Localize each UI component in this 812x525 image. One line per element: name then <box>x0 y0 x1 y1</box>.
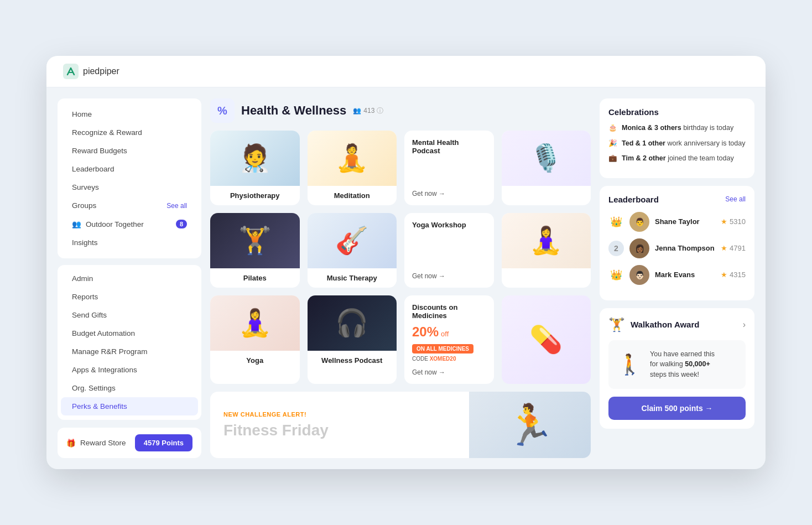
outdoor-badge: 8 <box>176 220 187 228</box>
discount-amount: 20% off <box>412 324 486 340</box>
sidebar-admin: Admin Reports Send Gifts Budget Automati… <box>58 265 201 420</box>
leaderboard-name-3: Mark Evans <box>655 271 715 279</box>
music-therapy-label: Music Therapy <box>308 268 397 288</box>
sidebar-item-budgets[interactable]: Reward Budgets <box>61 142 198 160</box>
sidebar-item-admin[interactable]: Admin <box>61 269 198 288</box>
leaderboard-see-all[interactable]: See all <box>725 195 746 203</box>
sidebar-item-groups[interactable]: Groups See all <box>61 196 198 215</box>
physio-label: Physiotherapy <box>210 186 300 205</box>
content-icon-symbol: % <box>217 105 227 117</box>
reward-store-icon: 🎁 <box>66 439 76 448</box>
walkathon-arrow[interactable]: › <box>743 320 746 330</box>
card-meditation[interactable]: 🧘 Meditation <box>308 131 397 205</box>
sidebar-label-budget-auto: Budget Automation <box>72 329 135 337</box>
card-pilates[interactable]: 🏋️ Pilates <box>210 213 300 288</box>
sidebar-item-reports[interactable]: Reports <box>61 288 198 306</box>
pilates-image: 🏋️ <box>210 213 300 268</box>
card-discounts[interactable]: Discounts on Medicines 20% off ON ALL ME… <box>404 295 494 384</box>
leaderboard-header: Leaderboard See all <box>608 195 746 204</box>
yoga-workshop-title: Yoga Workshop <box>412 221 486 229</box>
avatar-1: 👨 <box>629 212 649 232</box>
sidebar-item-leaderboard[interactable]: Leaderboard <box>61 160 198 178</box>
card-physiotherapy[interactable]: 🧑‍⚕️ Physiotherapy <box>210 131 300 205</box>
rank-icon-3: 👑 <box>608 267 624 283</box>
walkathon-figure: 🚶 <box>617 353 642 376</box>
meditation-image: 🧘 <box>308 131 397 186</box>
leaderboard-name-1: Shane Taylor <box>655 217 715 226</box>
sidebar-item-org-settings[interactable]: Org. Settings <box>61 379 198 397</box>
meta-count: 413 <box>363 107 374 115</box>
top-bar: piedpiper <box>46 56 766 87</box>
claim-button[interactable]: Claim 500 points → <box>608 397 746 420</box>
groups-see-all[interactable]: See all <box>166 202 187 210</box>
points-button[interactable]: 4579 Points <box>135 434 192 451</box>
sidebar-label-admin: Admin <box>72 274 93 283</box>
rank-icon-2: 2 <box>608 241 624 256</box>
challenge-title: Fitness Friday <box>223 422 456 439</box>
svg-rect-0 <box>63 64 79 79</box>
discount-code-value: XOMED20 <box>430 356 456 362</box>
yoga-workshop-get-now[interactable]: Get now → <box>412 272 486 280</box>
card-yoga[interactable]: 🧘‍♀️ Yoga <box>210 295 300 384</box>
card-yoga-workshop[interactable]: Yoga Workshop Get now → <box>404 213 494 288</box>
celebration-text-1: Monica & 3 others birthday is today <box>622 123 733 133</box>
reward-store-label: Reward Store <box>80 439 126 447</box>
avatar-2: 👩🏾 <box>629 238 649 258</box>
card-yoga-workshop-img[interactable]: 🧘‍♀️ <box>502 213 591 288</box>
card-wellness-podcast[interactable]: 🎧 Wellness Podcast <box>308 295 397 384</box>
card-mental-health[interactable]: Mental Health Podcast Get now → <box>404 131 494 205</box>
pilates-label: Pilates <box>210 268 300 288</box>
sidebar-label-org-settings: Org. Settings <box>72 384 116 392</box>
mental-health-get-now[interactable]: Get now → <box>412 190 486 197</box>
celebrations-card: Celebrations 🎂 Monica & 3 others birthda… <box>600 98 754 178</box>
walkathon-header: 🏋️ Walkathon Award › <box>608 317 746 332</box>
wellness-podcast-image: 🎧 <box>308 295 397 351</box>
sidebar-item-recognize[interactable]: Recognize & Reward <box>61 123 198 142</box>
sidebar-label-send-gifts: Send Gifts <box>72 311 107 319</box>
sidebar-item-outdoor[interactable]: 👥 Outdoor Together 8 <box>61 215 198 233</box>
walkathon-card: 🏋️ Walkathon Award › 🚶 You have earned t… <box>600 308 754 429</box>
meditation-label: Meditation <box>308 186 397 205</box>
celebration-text-3: Tim & 2 other joined the team today <box>622 154 734 164</box>
card-music-therapy[interactable]: 🎸 Music Therapy <box>308 213 397 288</box>
meta-info-icon: ⓘ <box>377 106 383 116</box>
challenge-text: NEW CHALLENGE ALERT! Fitness Friday <box>210 400 469 450</box>
walkathon-body: 🚶 You have earned thisfor walking 50,000… <box>608 340 746 389</box>
challenge-banner[interactable]: NEW CHALLENGE ALERT! Fitness Friday 🏃 <box>210 392 591 458</box>
physio-image: 🧑‍⚕️ <box>210 131 300 186</box>
music-therapy-image: 🎸 <box>308 213 397 268</box>
sidebar-label-perks: Perks & Benefits <box>72 402 127 410</box>
sidebar-label-recognize: Recognize & Reward <box>72 128 142 137</box>
leaderboard-score-1: ★ 5310 <box>721 217 746 226</box>
yoga-workshop-image: 🧘‍♀️ <box>502 213 591 268</box>
leaderboard-name-2: Jenna Thompson <box>655 244 715 252</box>
cards-row-3: 🧘‍♀️ Yoga 🎧 Wellness Podcast Discounts o… <box>210 295 591 384</box>
sidebar-label-groups: Groups <box>72 201 96 210</box>
discount-get-now[interactable]: Get now → <box>412 368 486 376</box>
sidebar-item-budget-auto[interactable]: Budget Automation <box>61 324 198 342</box>
sidebar-item-apps[interactable]: Apps & Integrations <box>61 361 198 379</box>
star-icon-2: ★ <box>721 244 727 252</box>
celebration-item-3: 💼 Tim & 2 other joined the team today <box>608 154 746 164</box>
sidebar-label-reports: Reports <box>72 293 98 301</box>
sidebar-item-send-gifts[interactable]: Send Gifts <box>61 306 198 324</box>
leaderboard-score-2: ★ 4791 <box>721 244 746 252</box>
discount-image-card: 💊 <box>502 295 591 384</box>
sidebar-item-insights[interactable]: Insights <box>61 233 198 252</box>
sidebar-label-outdoor: Outdoor Together <box>86 220 144 228</box>
app-window: piedpiper Home Recognize & Reward Reward… <box>46 56 766 469</box>
discount-code: CODE XOMED20 <box>412 356 486 362</box>
celebration-icon-2: 🎉 <box>608 139 617 149</box>
sidebar-item-surveys[interactable]: Surveys <box>61 178 198 196</box>
sidebar-item-manage-rnr[interactable]: Manage R&R Program <box>61 342 198 361</box>
walkathon-icon: 🏋️ <box>608 317 625 332</box>
discount-image: 💊 <box>502 295 591 384</box>
logo-text: piedpiper <box>83 66 119 76</box>
sidebar-item-home[interactable]: Home <box>61 105 198 123</box>
main-content: % Health & Wellness 👥 413 ⓘ 🧑‍⚕️ <box>210 98 591 458</box>
right-panel: Celebrations 🎂 Monica & 3 others birthda… <box>600 98 754 458</box>
sidebar: Home Recognize & Reward Reward Budgets L… <box>58 98 201 458</box>
celebrations-title: Celebrations <box>608 107 746 117</box>
card-mental-health-img[interactable]: 🎙️ <box>502 131 591 205</box>
sidebar-item-perks[interactable]: Perks & Benefits <box>61 397 198 415</box>
